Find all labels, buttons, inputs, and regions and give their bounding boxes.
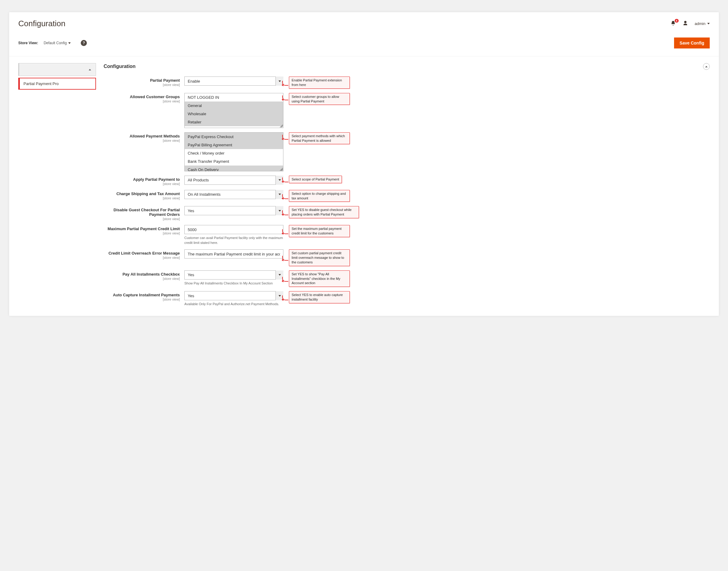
field-scope: [store view] bbox=[104, 139, 180, 142]
page-title: Configuration bbox=[18, 19, 65, 28]
toolbar-left: Store View: Default Config ? bbox=[18, 40, 87, 46]
credit-limit-input[interactable] bbox=[184, 225, 283, 234]
content: Partial Payment Pro Configuration Partia… bbox=[9, 56, 719, 316]
callout: Set YES to disable guest checkout while … bbox=[289, 206, 359, 218]
partial-payment-select[interactable] bbox=[184, 77, 283, 86]
field-note: Customer can avail Partial Payment facil… bbox=[184, 236, 283, 245]
notifications-button[interactable]: 4 bbox=[671, 20, 676, 27]
field-label: Charge Shipping and Tax Amount bbox=[116, 192, 180, 196]
admin-label: admin bbox=[695, 21, 706, 26]
field-label: Disable Guest Checkout For Partial Payme… bbox=[114, 208, 180, 217]
field-label: Pay All Installments Checkbox bbox=[123, 272, 180, 276]
help-icon[interactable]: ? bbox=[81, 40, 87, 46]
field-scope: [store view] bbox=[104, 256, 180, 259]
user-icon bbox=[683, 20, 688, 26]
callout: Select customer groups to allow using Pa… bbox=[289, 93, 350, 105]
section-collapse-button[interactable] bbox=[703, 63, 710, 70]
chevron-down-icon bbox=[68, 42, 71, 44]
field-label: Allowed Customer Groups bbox=[130, 95, 180, 99]
field-scope: [store view] bbox=[104, 231, 180, 235]
sidebar: Partial Payment Pro bbox=[18, 63, 96, 307]
main-panel: Configuration Partial Payment [store vie… bbox=[104, 63, 710, 307]
chevron-up-icon bbox=[89, 69, 91, 71]
multiselect-option[interactable]: Check / Money order bbox=[185, 149, 283, 157]
customer-groups-multiselect[interactable]: NOT LOGGED INGeneralWholesaleRetailer bbox=[184, 93, 283, 128]
field-label: Apply Partial Payment to bbox=[133, 177, 180, 182]
toolbar: Store View: Default Config ? Save Config bbox=[9, 33, 719, 56]
overreach-message-input[interactable] bbox=[184, 249, 283, 258]
field-scope: [store view] bbox=[104, 83, 180, 87]
field-label: Partial Payment bbox=[150, 78, 180, 83]
field-label: Allowed Payment Methods bbox=[130, 134, 180, 138]
pay-all-select[interactable] bbox=[184, 270, 283, 279]
admin-dropdown[interactable]: admin bbox=[695, 21, 710, 26]
sidebar-collapse-toggle[interactable] bbox=[18, 63, 96, 76]
multiselect-option[interactable]: Cash On Delivery bbox=[185, 165, 283, 171]
field-scope: [store view] bbox=[104, 182, 180, 186]
chevron-up-icon bbox=[705, 66, 708, 68]
callout: Set YES to show "Pay All Installments" c… bbox=[289, 270, 350, 287]
page-card: Configuration 4 admin Store View: Defaul… bbox=[9, 12, 719, 316]
section-header: Configuration bbox=[104, 63, 710, 70]
field-note: Available Only For PayPal and Authorize.… bbox=[184, 302, 283, 306]
field-charge-shipping: Charge Shipping and Tax Amount [store vi… bbox=[104, 190, 710, 202]
callout: Select option to charge shipping and tax… bbox=[289, 190, 350, 202]
section-title: Configuration bbox=[104, 64, 136, 69]
field-partial-payment: Partial Payment [store view] Enable Part… bbox=[104, 77, 710, 89]
field-pay-all: Pay All Installments Checkbox [store vie… bbox=[104, 270, 710, 287]
multiselect-option[interactable]: Retailer bbox=[185, 118, 283, 126]
apply-to-select[interactable] bbox=[184, 176, 283, 185]
notification-badge: 4 bbox=[675, 19, 679, 22]
resize-handle-icon[interactable] bbox=[280, 124, 283, 127]
store-view-label: Store View: bbox=[18, 41, 38, 45]
payment-methods-multiselect[interactable]: PayPal Express CheckoutPayPal Billing Ag… bbox=[184, 132, 283, 171]
callout: Enable Partial Payment extension from he… bbox=[289, 77, 350, 89]
field-credit-limit: Maximum Partial Payment Credit Limit [st… bbox=[104, 225, 710, 245]
store-view-select[interactable]: Default Config bbox=[43, 41, 71, 45]
multiselect-option[interactable]: Bank Transfer Payment bbox=[185, 157, 283, 165]
multiselect-option[interactable]: General bbox=[185, 102, 283, 110]
multiselect-option[interactable]: PayPal Express Checkout bbox=[185, 133, 283, 141]
field-disable-guest: Disable Guest Checkout For Partial Payme… bbox=[104, 206, 710, 221]
callout: Set custom partial payment credit limit … bbox=[289, 249, 350, 266]
field-scope: [store view] bbox=[104, 217, 180, 221]
field-scope: [store view] bbox=[104, 196, 180, 200]
charge-shipping-select[interactable] bbox=[184, 190, 283, 199]
field-customer-groups: Allowed Customer Groups [store view] NOT… bbox=[104, 93, 710, 128]
callout: Select scope of Partial Payment bbox=[289, 176, 342, 183]
multiselect-option[interactable]: Wholesale bbox=[185, 110, 283, 118]
field-auto-capture: Auto Capture Installment Payments [store… bbox=[104, 291, 710, 306]
field-payment-methods: Allowed Payment Methods [store view] Pay… bbox=[104, 132, 710, 171]
field-label: Credit Limit Overreach Error Message bbox=[109, 251, 180, 255]
account-icon-button[interactable] bbox=[683, 20, 688, 27]
field-note: Show Pay All Installments Checkbox In My… bbox=[184, 281, 283, 286]
multiselect-option[interactable]: NOT LOGGED IN bbox=[185, 93, 283, 102]
callout: Select payment methods with which Partia… bbox=[289, 132, 350, 144]
field-scope: [store view] bbox=[104, 298, 180, 301]
field-scope: [store view] bbox=[104, 99, 180, 103]
field-scope: [store view] bbox=[104, 277, 180, 280]
multiselect-option[interactable]: PayPal Billing Agreement bbox=[185, 141, 283, 149]
sidebar-tab-partial-payment-pro[interactable]: Partial Payment Pro bbox=[18, 78, 96, 90]
callout: Select YES to enable auto capture instal… bbox=[289, 291, 350, 303]
page-header: Configuration 4 admin bbox=[9, 12, 719, 33]
field-label: Auto Capture Installment Payments bbox=[113, 293, 180, 297]
header-actions: 4 admin bbox=[671, 20, 710, 27]
save-config-button[interactable]: Save Config bbox=[674, 37, 710, 48]
resize-handle-icon[interactable] bbox=[280, 168, 283, 171]
auto-capture-select[interactable] bbox=[184, 291, 283, 300]
field-label: Maximum Partial Payment Credit Limit bbox=[108, 227, 180, 231]
disable-guest-select[interactable] bbox=[184, 206, 283, 215]
store-view-value: Default Config bbox=[43, 41, 67, 45]
field-overreach-message: Credit Limit Overreach Error Message [st… bbox=[104, 249, 710, 266]
field-apply-to: Apply Partial Payment to [store view] Se… bbox=[104, 176, 710, 186]
callout: Set the maximum partial payment credit l… bbox=[289, 225, 350, 237]
chevron-down-icon bbox=[707, 23, 710, 24]
